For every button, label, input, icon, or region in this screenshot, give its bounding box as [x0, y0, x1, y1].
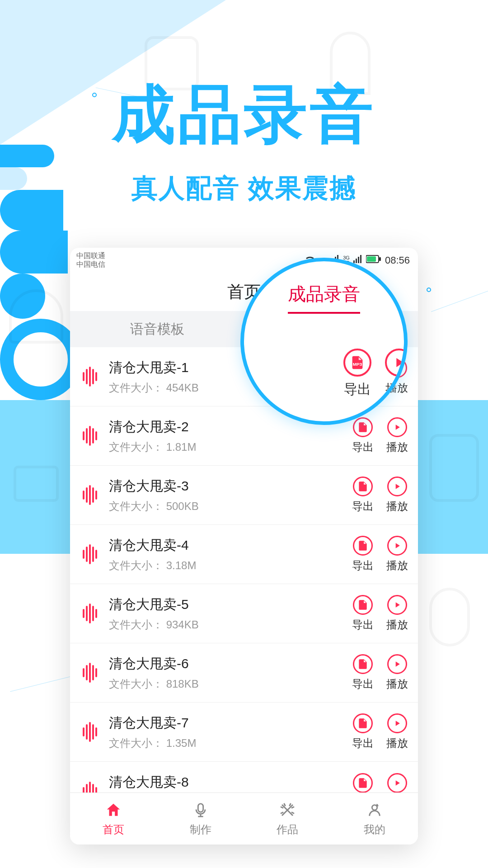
- recording-info: 清仓大甩卖-7文件大小： 1.35M: [109, 714, 344, 750]
- nav-label: 我的: [364, 822, 385, 837]
- export-button[interactable]: 导出: [352, 476, 374, 514]
- nav-item-home[interactable]: 首页: [70, 793, 157, 844]
- svg-rect-7: [360, 255, 361, 263]
- play-button[interactable]: 播放: [386, 476, 408, 514]
- export-button[interactable]: 导出: [352, 773, 374, 793]
- svg-rect-5: [356, 259, 357, 263]
- waveform-icon: [79, 781, 101, 793]
- recording-size: 文件大小： 934KB: [109, 618, 344, 632]
- play-icon: [387, 595, 407, 615]
- carrier-1: 中国联通: [76, 252, 105, 260]
- recording-row[interactable]: 清仓大甩卖-7文件大小： 1.35M导出播放: [70, 703, 418, 762]
- play-button[interactable]: 播放: [386, 417, 408, 454]
- recording-size: 文件大小： 1.81M: [109, 440, 344, 454]
- recording-title: 清仓大甩卖-3: [109, 477, 344, 495]
- recording-size: 文件大小： 1.35M: [109, 736, 344, 750]
- mp3-export-icon: [353, 595, 373, 615]
- clock: 08:56: [385, 255, 410, 266]
- svg-rect-10: [379, 257, 381, 261]
- recording-size: 文件大小： 500KB: [109, 499, 344, 514]
- magnified-export: MP3 导出: [343, 349, 371, 399]
- play-button[interactable]: 播放: [386, 595, 408, 632]
- waveform-icon: [79, 425, 101, 447]
- works-icon: [278, 801, 297, 820]
- mp3-export-icon: [353, 476, 373, 496]
- nav-item-works[interactable]: 作品: [244, 793, 331, 844]
- carrier-2: 中国电信: [76, 260, 105, 269]
- play-icon: [387, 773, 407, 793]
- export-button[interactable]: 导出: [352, 417, 374, 454]
- play-icon: [387, 536, 407, 556]
- recording-info: 清仓大甩卖-4文件大小： 3.18M: [109, 536, 344, 573]
- recording-info: 清仓大甩卖-8文件大小： 2.48M: [109, 773, 344, 793]
- mp3-export-icon: [353, 773, 373, 793]
- recording-info: 清仓大甩卖-5文件大小： 934KB: [109, 595, 344, 632]
- play-icon: [387, 417, 407, 437]
- mp3-export-icon: [353, 713, 373, 733]
- waveform-icon: [79, 662, 101, 684]
- mp3-export-icon: [353, 536, 373, 556]
- hero-title: 成品录音: [0, 0, 488, 158]
- recording-row[interactable]: 清仓大甩卖-8文件大小： 2.48M导出播放: [70, 762, 418, 793]
- waveform-icon: [79, 603, 101, 624]
- recording-row[interactable]: 清仓大甩卖-6文件大小： 818KB导出播放: [70, 643, 418, 703]
- waveform-icon: [79, 366, 101, 387]
- recording-title: 清仓大甩卖-7: [109, 714, 344, 732]
- magnified-tab-label: 成品录音: [288, 282, 360, 314]
- waveform-icon: [79, 721, 101, 743]
- svg-text:MP3: MP3: [353, 362, 362, 367]
- recording-info: 清仓大甩卖-6文件大小： 818KB: [109, 655, 344, 691]
- svg-rect-9: [367, 256, 376, 262]
- nav-item-mine[interactable]: 我的: [331, 793, 418, 844]
- magnifier-callout: 成品录音 MP3 导出 播放: [240, 258, 408, 425]
- play-button[interactable]: 播放: [386, 773, 408, 793]
- play-button[interactable]: 播放: [386, 713, 408, 750]
- waveform-icon: [79, 484, 101, 506]
- recording-title: 清仓大甩卖-5: [109, 595, 344, 614]
- battery-icon: [366, 255, 381, 265]
- recording-size: 文件大小： 818KB: [109, 677, 344, 691]
- play-button[interactable]: 播放: [386, 536, 408, 573]
- mp3-export-icon: [353, 654, 373, 674]
- waveform-icon: [79, 543, 101, 565]
- hero-subtitle: 真人配音 效果震撼: [0, 171, 488, 206]
- nav-item-make[interactable]: 制作: [157, 793, 244, 844]
- mine-icon: [365, 801, 384, 820]
- hero: 成品录音 真人配音 效果震撼: [0, 0, 488, 206]
- nav-label: 首页: [103, 822, 124, 837]
- export-button[interactable]: 导出: [352, 595, 374, 632]
- export-button[interactable]: 导出: [352, 713, 374, 750]
- home-icon: [104, 801, 123, 820]
- mp3-export-icon: [353, 417, 373, 437]
- recording-title: 清仓大甩卖-8: [109, 773, 344, 792]
- recording-row[interactable]: 清仓大甩卖-5文件大小： 934KB导出播放: [70, 584, 418, 643]
- export-button[interactable]: 导出: [352, 654, 374, 691]
- recording-size: 文件大小： 3.18M: [109, 558, 344, 573]
- recording-info: 清仓大甩卖-3文件大小： 500KB: [109, 477, 344, 514]
- tab-voice-template[interactable]: 语音模板: [70, 311, 244, 347]
- play-icon: [387, 476, 407, 496]
- play-icon: [387, 654, 407, 674]
- recording-row[interactable]: 清仓大甩卖-2文件大小： 1.81M导出播放: [70, 406, 418, 466]
- nav-label: 作品: [277, 822, 298, 837]
- svg-rect-6: [358, 257, 359, 263]
- recording-row[interactable]: 清仓大甩卖-4文件大小： 3.18M导出播放: [70, 525, 418, 584]
- make-icon: [191, 801, 210, 820]
- recording-list[interactable]: 清仓大甩卖-1文件大小： 454KB导出播放清仓大甩卖-2文件大小： 1.81M…: [70, 347, 418, 793]
- recording-title: 清仓大甩卖-6: [109, 655, 344, 673]
- export-button[interactable]: 导出: [352, 536, 374, 573]
- recording-row[interactable]: 清仓大甩卖-3文件大小： 500KB导出播放: [70, 466, 418, 525]
- play-icon: [387, 713, 407, 733]
- play-button[interactable]: 播放: [386, 654, 408, 691]
- recording-title: 清仓大甩卖-4: [109, 536, 344, 555]
- mp3-export-icon: MP3: [343, 349, 371, 377]
- nav-label: 制作: [190, 822, 211, 837]
- bottom-nav: 首页制作作品我的: [70, 793, 418, 844]
